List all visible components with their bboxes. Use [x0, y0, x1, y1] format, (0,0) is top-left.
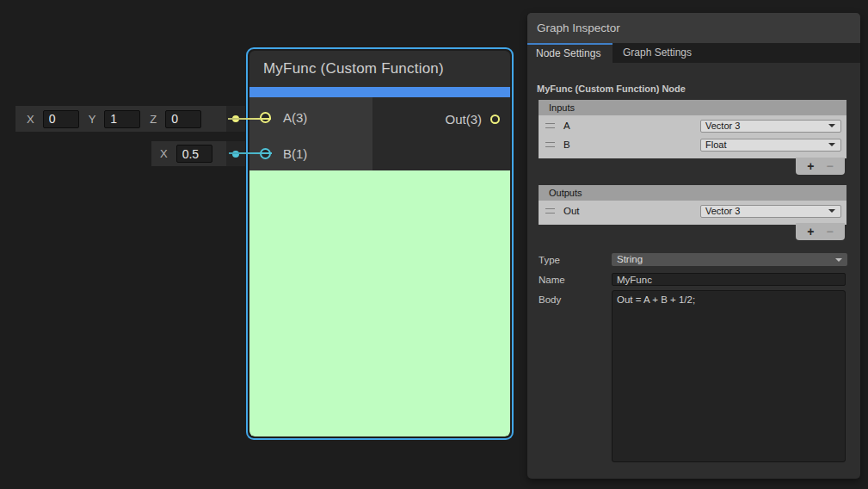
outputs-list-footer: + − [796, 223, 845, 240]
type-dropdown[interactable]: String [612, 253, 847, 266]
outputs-list-header: Outputs [539, 185, 846, 201]
function-name-field[interactable] [612, 273, 846, 286]
inspector-titlebar[interactable]: Graph Inspector [527, 13, 860, 43]
input-a-type-dropdown[interactable]: Vector 3 [700, 120, 841, 133]
chevron-down-icon [828, 209, 835, 213]
output-out-type-dropdown[interactable]: Vector 3 [700, 205, 841, 218]
axis-label-z: Z [150, 113, 157, 126]
name-label: Name [539, 275, 565, 285]
edge-vector3-to-a[interactable] [228, 118, 271, 120]
inputs-list-rows: A Vector 3 B Float [539, 115, 846, 158]
input-b-type-dropdown[interactable]: Float [700, 139, 841, 152]
body-label: Body [539, 294, 561, 305]
port-row-out: Out(3) [372, 97, 510, 140]
input-a-type-value: Vector 3 [705, 121, 740, 131]
inputs-list: Inputs A Vector 3 B Float [539, 100, 846, 158]
port-out-connector[interactable] [490, 115, 500, 124]
vector3-x-field[interactable] [43, 110, 79, 128]
vector3-fields: X Y Z [15, 106, 226, 132]
vector3-input-widget: X Y Z [15, 106, 245, 132]
type-label: Type [539, 255, 560, 265]
float-x-field[interactable] [176, 145, 212, 163]
remove-output-button[interactable]: − [827, 224, 834, 239]
outputs-list: Outputs Out Vector 3 [539, 185, 846, 225]
node-ports: A(3) B(1) Out(3) [249, 97, 510, 170]
axis-label-y: Y [89, 113, 96, 126]
drag-handle-icon[interactable] [545, 142, 555, 147]
port-row-a: A(3) [249, 97, 372, 137]
graph-inspector-panel: Graph Inspector Node Settings Graph Sett… [527, 13, 860, 479]
inspector-tabs: Node Settings Graph Settings [527, 43, 860, 63]
list-item[interactable]: Out Vector 3 [542, 201, 843, 220]
outputs-list-rows: Out Vector 3 [539, 201, 846, 225]
function-body-textarea[interactable]: Out = A + B + 1/2; [612, 290, 846, 462]
port-a-label: A(3) [283, 110, 307, 125]
output-out-type-value: Vector 3 [705, 206, 740, 216]
axis-label-x: X [160, 147, 168, 160]
shader-graph-editor: X Y Z X MyFunc (Custom Function) [0, 0, 868, 489]
selected-node-header: MyFunc (Custom Function) Node [537, 84, 686, 94]
chevron-down-icon [835, 258, 842, 262]
add-input-button[interactable]: + [807, 158, 814, 174]
list-item[interactable]: A Vector 3 [542, 116, 843, 135]
vector3-y-field[interactable] [104, 110, 140, 128]
chevron-down-icon [828, 124, 835, 127]
list-item[interactable]: B Float [542, 135, 843, 154]
input-b-name: B [563, 139, 700, 150]
chevron-down-icon [828, 143, 835, 146]
edge-float-to-b[interactable] [229, 152, 272, 154]
input-a-name: A [563, 121, 700, 131]
node-title: MyFunc (Custom Function) [249, 51, 510, 87]
custom-function-node[interactable]: MyFunc (Custom Function) A(3) B(1) Out(3… [246, 47, 514, 440]
type-value: String [617, 254, 643, 264]
node-category-bar [249, 87, 510, 97]
inputs-list-footer: + − [796, 158, 845, 175]
port-a-connector[interactable] [260, 112, 271, 123]
axis-label-x: X [27, 113, 34, 126]
float-fields: X [151, 141, 226, 166]
node-body: MyFunc (Custom Function) A(3) B(1) Out(3… [249, 51, 510, 436]
tab-graph-settings[interactable]: Graph Settings [613, 43, 692, 63]
port-b-label: B(1) [283, 146, 307, 161]
vector3-z-field[interactable] [165, 110, 201, 128]
output-ports: Out(3) [372, 97, 510, 170]
inputs-list-header: Inputs [539, 100, 846, 115]
drag-handle-icon[interactable] [545, 208, 555, 214]
output-out-name: Out [563, 206, 700, 216]
drag-handle-icon[interactable] [545, 123, 555, 128]
add-output-button[interactable]: + [807, 224, 814, 239]
input-ports: A(3) B(1) [249, 97, 372, 170]
node-preview [249, 170, 510, 436]
port-out-label: Out(3) [445, 112, 482, 127]
remove-input-button[interactable]: − [827, 158, 834, 174]
tab-node-settings[interactable]: Node Settings [527, 43, 613, 63]
input-b-type-value: Float [705, 139, 726, 150]
